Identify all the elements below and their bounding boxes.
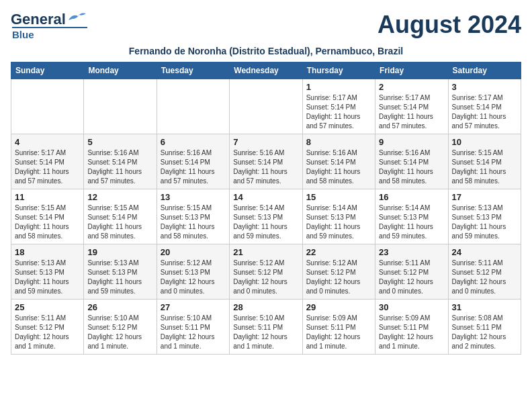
day-info: Sunrise: 5:17 AMSunset: 5:14 PMDaylight:… xyxy=(306,93,371,131)
calendar-cell: 28Sunrise: 5:10 AMSunset: 5:11 PMDayligh… xyxy=(230,300,302,355)
calendar-cell: 9Sunrise: 5:16 AMSunset: 5:14 PMDaylight… xyxy=(375,134,448,189)
day-number: 27 xyxy=(161,302,226,312)
day-number: 10 xyxy=(452,137,517,147)
logo-general-text: General xyxy=(11,11,66,28)
day-number: 5 xyxy=(87,137,152,147)
calendar-week-row-5: 25Sunrise: 5:11 AMSunset: 5:12 PMDayligh… xyxy=(11,300,521,355)
day-number: 4 xyxy=(15,137,80,147)
calendar-cell: 29Sunrise: 5:09 AMSunset: 5:11 PMDayligh… xyxy=(302,300,375,355)
calendar-cell xyxy=(84,79,157,134)
calendar-week-row-4: 18Sunrise: 5:13 AMSunset: 5:13 PMDayligh… xyxy=(11,244,521,300)
month-title: August 2024 xyxy=(378,11,521,39)
day-number: 14 xyxy=(233,192,298,202)
day-info: Sunrise: 5:13 AMSunset: 5:13 PMDaylight:… xyxy=(452,203,517,241)
logo: General Blue xyxy=(11,11,87,40)
weekday-header-tuesday: Tuesday xyxy=(157,62,229,79)
weekday-header-thursday: Thursday xyxy=(302,62,375,79)
day-info: Sunrise: 5:15 AMSunset: 5:14 PMDaylight:… xyxy=(15,203,80,241)
calendar-week-row-1: 1Sunrise: 5:17 AMSunset: 5:14 PMDaylight… xyxy=(11,79,521,134)
day-info: Sunrise: 5:10 AMSunset: 5:11 PMDaylight:… xyxy=(161,314,226,351)
calendar-cell: 19Sunrise: 5:13 AMSunset: 5:13 PMDayligh… xyxy=(84,244,157,300)
calendar-week-row-3: 11Sunrise: 5:15 AMSunset: 5:14 PMDayligh… xyxy=(11,189,521,244)
calendar-cell: 31Sunrise: 5:08 AMSunset: 5:11 PMDayligh… xyxy=(448,300,521,355)
day-number: 28 xyxy=(233,302,298,312)
day-info: Sunrise: 5:17 AMSunset: 5:14 PMDaylight:… xyxy=(15,148,80,186)
calendar-cell: 3Sunrise: 5:17 AMSunset: 5:14 PMDaylight… xyxy=(448,79,521,134)
day-info: Sunrise: 5:16 AMSunset: 5:14 PMDaylight:… xyxy=(306,148,371,186)
calendar-cell: 22Sunrise: 5:12 AMSunset: 5:12 PMDayligh… xyxy=(302,244,375,300)
calendar-cell xyxy=(230,79,302,134)
calendar-table: SundayMondayTuesdayWednesdayThursdayFrid… xyxy=(11,62,521,355)
weekday-header-monday: Monday xyxy=(84,62,157,79)
day-number: 1 xyxy=(306,82,371,92)
calendar-cell: 24Sunrise: 5:11 AMSunset: 5:12 PMDayligh… xyxy=(448,244,521,300)
day-info: Sunrise: 5:17 AMSunset: 5:14 PMDaylight:… xyxy=(379,93,444,131)
day-info: Sunrise: 5:14 AMSunset: 5:13 PMDaylight:… xyxy=(306,203,371,241)
day-number: 24 xyxy=(452,247,517,257)
day-info: Sunrise: 5:11 AMSunset: 5:12 PMDaylight:… xyxy=(15,314,80,351)
day-number: 19 xyxy=(87,247,152,257)
day-info: Sunrise: 5:15 AMSunset: 5:14 PMDaylight:… xyxy=(452,148,517,186)
day-info: Sunrise: 5:09 AMSunset: 5:11 PMDaylight:… xyxy=(306,314,371,351)
calendar-cell: 12Sunrise: 5:15 AMSunset: 5:14 PMDayligh… xyxy=(84,189,157,244)
day-number: 17 xyxy=(452,192,517,202)
calendar-cell: 7Sunrise: 5:16 AMSunset: 5:14 PMDaylight… xyxy=(230,134,302,189)
day-number: 21 xyxy=(233,247,298,257)
calendar-cell: 1Sunrise: 5:17 AMSunset: 5:14 PMDaylight… xyxy=(302,79,375,134)
page-header: General Blue August 2024 xyxy=(11,11,521,40)
day-number: 25 xyxy=(15,302,80,312)
day-number: 31 xyxy=(452,302,517,312)
day-number: 29 xyxy=(306,302,371,312)
location-title: Fernando de Noronha (Distrito Estadual),… xyxy=(11,46,521,56)
day-number: 26 xyxy=(87,302,152,312)
calendar-cell: 30Sunrise: 5:09 AMSunset: 5:11 PMDayligh… xyxy=(375,300,448,355)
day-number: 16 xyxy=(379,192,444,202)
day-number: 2 xyxy=(379,82,444,92)
day-info: Sunrise: 5:09 AMSunset: 5:11 PMDaylight:… xyxy=(379,314,444,351)
day-number: 9 xyxy=(379,137,444,147)
day-info: Sunrise: 5:11 AMSunset: 5:12 PMDaylight:… xyxy=(452,259,517,296)
calendar-cell xyxy=(11,79,84,134)
calendar-cell: 8Sunrise: 5:16 AMSunset: 5:14 PMDaylight… xyxy=(302,134,375,189)
calendar-cell: 15Sunrise: 5:14 AMSunset: 5:13 PMDayligh… xyxy=(302,189,375,244)
calendar-cell: 2Sunrise: 5:17 AMSunset: 5:14 PMDaylight… xyxy=(375,79,448,134)
calendar-cell: 27Sunrise: 5:10 AMSunset: 5:11 PMDayligh… xyxy=(157,300,229,355)
weekday-header-row: SundayMondayTuesdayWednesdayThursdayFrid… xyxy=(11,62,521,79)
calendar-cell: 26Sunrise: 5:10 AMSunset: 5:12 PMDayligh… xyxy=(84,300,157,355)
day-info: Sunrise: 5:11 AMSunset: 5:12 PMDaylight:… xyxy=(379,259,444,296)
calendar-cell: 4Sunrise: 5:17 AMSunset: 5:14 PMDaylight… xyxy=(11,134,84,189)
day-info: Sunrise: 5:10 AMSunset: 5:11 PMDaylight:… xyxy=(233,314,298,351)
calendar-cell: 6Sunrise: 5:16 AMSunset: 5:14 PMDaylight… xyxy=(157,134,229,189)
day-info: Sunrise: 5:15 AMSunset: 5:13 PMDaylight:… xyxy=(161,203,226,241)
weekday-header-saturday: Saturday xyxy=(448,62,521,79)
day-info: Sunrise: 5:13 AMSunset: 5:13 PMDaylight:… xyxy=(87,259,152,296)
day-info: Sunrise: 5:14 AMSunset: 5:13 PMDaylight:… xyxy=(233,203,298,241)
day-info: Sunrise: 5:17 AMSunset: 5:14 PMDaylight:… xyxy=(452,93,517,131)
day-info: Sunrise: 5:16 AMSunset: 5:14 PMDaylight:… xyxy=(161,148,226,186)
calendar-cell xyxy=(157,79,229,134)
day-info: Sunrise: 5:12 AMSunset: 5:12 PMDaylight:… xyxy=(233,259,298,296)
day-info: Sunrise: 5:16 AMSunset: 5:14 PMDaylight:… xyxy=(379,148,444,186)
calendar-cell: 11Sunrise: 5:15 AMSunset: 5:14 PMDayligh… xyxy=(11,189,84,244)
calendar-cell: 25Sunrise: 5:11 AMSunset: 5:12 PMDayligh… xyxy=(11,300,84,355)
day-number: 18 xyxy=(15,247,80,257)
calendar-cell: 10Sunrise: 5:15 AMSunset: 5:14 PMDayligh… xyxy=(448,134,521,189)
day-info: Sunrise: 5:13 AMSunset: 5:13 PMDaylight:… xyxy=(15,259,80,296)
day-number: 8 xyxy=(306,137,371,147)
calendar-cell: 17Sunrise: 5:13 AMSunset: 5:13 PMDayligh… xyxy=(448,189,521,244)
calendar-cell: 21Sunrise: 5:12 AMSunset: 5:12 PMDayligh… xyxy=(230,244,302,300)
day-number: 11 xyxy=(15,192,80,202)
calendar-cell: 16Sunrise: 5:14 AMSunset: 5:13 PMDayligh… xyxy=(375,189,448,244)
day-info: Sunrise: 5:14 AMSunset: 5:13 PMDaylight:… xyxy=(379,203,444,241)
day-info: Sunrise: 5:10 AMSunset: 5:12 PMDaylight:… xyxy=(87,314,152,351)
logo-bird-icon xyxy=(67,11,87,26)
calendar-cell: 18Sunrise: 5:13 AMSunset: 5:13 PMDayligh… xyxy=(11,244,84,300)
weekday-header-friday: Friday xyxy=(375,62,448,79)
day-info: Sunrise: 5:16 AMSunset: 5:14 PMDaylight:… xyxy=(87,148,152,186)
day-info: Sunrise: 5:12 AMSunset: 5:12 PMDaylight:… xyxy=(306,259,371,296)
day-number: 15 xyxy=(306,192,371,202)
day-info: Sunrise: 5:16 AMSunset: 5:14 PMDaylight:… xyxy=(233,148,298,186)
weekday-header-wednesday: Wednesday xyxy=(230,62,302,79)
calendar-cell: 14Sunrise: 5:14 AMSunset: 5:13 PMDayligh… xyxy=(230,189,302,244)
day-number: 20 xyxy=(161,247,226,257)
